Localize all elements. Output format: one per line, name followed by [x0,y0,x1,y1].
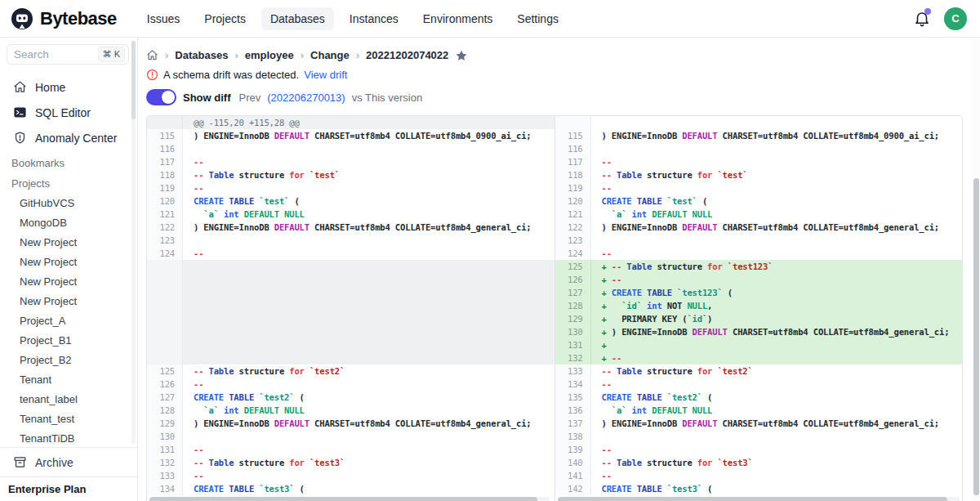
code-line: -- Table structure for `test2` [183,365,555,378]
app-window: Bytebase IssuesProjectsDatabasesInstance… [0,0,980,501]
line-number: 119 [555,181,591,195]
code-line [591,234,963,247]
sidebar-project-tenanttidb[interactable]: TenantTiDB [0,428,137,447]
sidebar-item-home[interactable]: Home [0,76,137,98]
code-line [591,142,963,155]
code-line [183,312,555,325]
code-line: + -- [591,351,963,365]
code-line: + [591,338,963,351]
sidebar-project-tenant_label[interactable]: tenant_label [0,389,137,409]
sidebar-project-project_b2[interactable]: Project_B2 [0,350,137,369]
notifications-bell-icon[interactable] [913,10,931,28]
sidebar-item-anomaly-center[interactable]: Anomaly Center [0,127,137,149]
diff-code-row: 115) ENGINE=InnoDB DEFAULT CHARSET=utf8m… [147,129,555,142]
diff-filler-row [147,273,555,286]
line-number: 115 [555,129,591,142]
avatar[interactable]: C [944,7,967,30]
nav-item-projects[interactable]: Projects [195,7,255,30]
line-number: 130 [555,325,591,338]
diff-code-row: 123 [147,234,555,247]
nav-item-issues[interactable]: Issues [138,7,189,30]
diff-added-row: 130+ ) ENGINE=InnoDB DEFAULT CHARSET=utf… [555,325,963,338]
sidebar-project-new-project[interactable]: New Project [0,271,137,291]
diff-code-row: 120CREATE TABLE `test` ( [147,195,555,208]
code-line [183,273,555,286]
code-line: -- Table structure for `test2` [591,365,963,378]
diff-code-row: 128 `a` int DEFAULT NULL [147,404,555,417]
bytebase-logo[interactable]: Bytebase [10,7,117,31]
line-number [147,325,183,338]
prev-version-link[interactable]: (202206270013) [267,92,345,104]
diff-code-row: 121 `a` int DEFAULT NULL [555,208,963,221]
sidebar-project-tenant_test[interactable]: Tenant_test [0,409,137,428]
code-line: -- [591,469,963,482]
code-line: CREATE TABLE `test2` ( [591,391,963,404]
page-scrollbar[interactable] [972,38,980,501]
home-breadcrumb-icon[interactable] [146,49,158,61]
diff-code-row: 133-- Table structure for `test2` [555,365,963,378]
diff-code-row: 136 `a` int DEFAULT NULL [555,404,963,417]
line-number: 134 [147,482,183,495]
search-input[interactable]: Search ⌘ K [7,44,129,65]
breadcrumb-item[interactable]: Change [310,49,350,61]
diff-code-row: 139-- [555,443,963,456]
diff-code-row: 122) ENGINE=InnoDB DEFAULT CHARSET=utf8m… [147,221,555,234]
search-placeholder: Search [14,48,49,60]
code-line [183,338,555,351]
diff-left-hscrollbar[interactable] [149,497,550,501]
line-number: 122 [147,221,183,234]
sidebar-project-mongodb[interactable]: MongoDB [0,212,137,232]
breadcrumb-item[interactable]: employee [245,49,294,61]
show-diff-toggle[interactable] [146,89,176,105]
line-number: 117 [555,155,591,168]
code-line: CREATE TABLE `test3` ( [183,482,555,495]
sidebar-project-project_b1[interactable]: Project_B1 [0,330,137,350]
line-number: 124 [555,247,591,260]
sidebar-project-new-project[interactable]: New Project [0,252,137,271]
diff-hunk-header: @@ -115,20 +115,28 @@ [147,116,555,129]
code-line: CREATE TABLE `test` ( [183,195,555,208]
nav-item-databases[interactable]: Databases [261,7,334,30]
bytebase-logo-icon [10,7,34,31]
nav-item-instances[interactable]: Instances [341,7,408,30]
diff-right-hscrollbar[interactable] [558,497,960,501]
line-number: 117 [147,155,183,168]
code-line: ) ENGINE=InnoDB DEFAULT CHARSET=utf8mb4 … [183,129,555,142]
line-number: 142 [555,482,591,495]
nav-item-settings[interactable]: Settings [508,7,568,30]
diff-filler-row [147,351,555,365]
line-number [147,338,183,351]
diff-code-row: 115) ENGINE=InnoDB DEFAULT CHARSET=utf8m… [555,129,963,142]
notification-dot [924,8,931,15]
line-number: 136 [555,404,591,417]
sidebar-item-sql-editor[interactable]: SQL Editor [0,101,137,123]
line-number: 128 [555,299,591,312]
sidebar-project-project_a[interactable]: Project_A [0,311,137,330]
breadcrumb-item[interactable]: Databases [175,49,228,61]
code-line: -- Table structure for `test` [591,168,963,181]
breadcrumb-separator: › [234,49,238,61]
sidebar-project-new-project[interactable]: New Project [0,291,137,311]
star-icon[interactable] [455,47,468,62]
diff-pane-left: @@ -115,20 +115,28 @@115) ENGINE=InnoDB … [147,116,555,501]
prev-label: Prev [239,92,261,104]
code-line: -- [183,247,555,260]
code-line: CREATE TABLE `test2` ( [183,391,555,404]
sidebar-project-new-project[interactable]: New Project [0,232,137,252]
diff-filler-row [147,260,555,273]
diff-code-row: 140-- Table structure for `test3` [555,456,963,469]
breadcrumb-item[interactable]: 20221202074022 [366,49,448,61]
code-line [183,325,555,338]
drift-alert: A schema drift was detected. View drift [146,68,980,81]
sidebar-project-tenant[interactable]: Tenant [0,369,137,389]
line-number: 133 [555,365,591,378]
nav-item-environments[interactable]: Environments [414,7,502,30]
terminal-icon [13,105,27,119]
code-line [183,234,555,247]
line-number: 121 [555,208,591,221]
sidebar-scrollbar[interactable] [131,41,136,444]
view-drift-link[interactable]: View drift [304,69,347,81]
sidebar-item-archive[interactable]: Archive [0,447,137,476]
line-number: 137 [555,417,591,430]
sidebar-project-githubvcs[interactable]: GitHubVCS [0,193,137,212]
